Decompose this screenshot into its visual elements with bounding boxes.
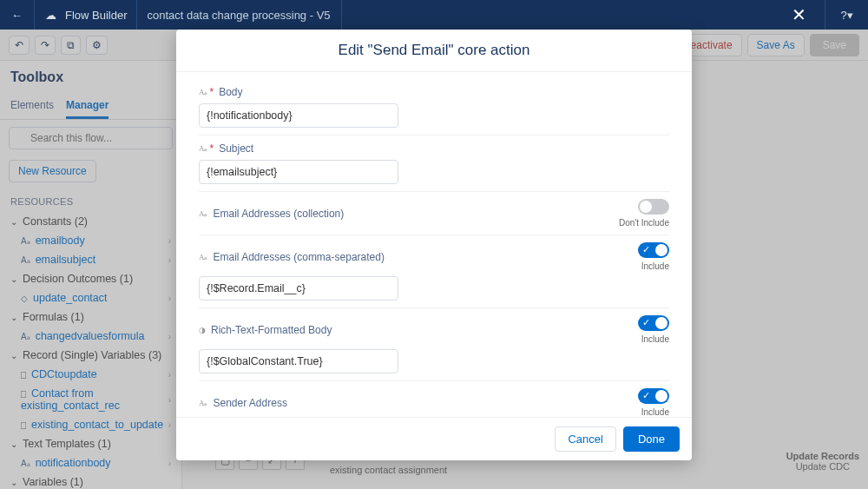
back-icon: ← — [11, 9, 23, 22]
email-collection-label: Email Addresses (collection) — [214, 208, 345, 220]
close-icon: ✕ — [792, 4, 806, 25]
rich-text-toggle[interactable]: ✓ — [638, 315, 669, 331]
rich-text-label: Rich-Text-Formatted Body — [211, 324, 332, 336]
modal-title: Edit "Send Email" core action — [176, 30, 692, 72]
back-button[interactable]: ← — [0, 0, 35, 30]
subject-label: Subject — [219, 142, 253, 155]
help-button[interactable]: ? ▾ — [825, 0, 868, 30]
check-icon: ✓ — [642, 244, 650, 255]
flow-name: contact data change processing - V5 — [136, 0, 331, 30]
modal-footer: Cancel Done — [176, 417, 692, 460]
email-collection-toggle[interactable] — [638, 199, 669, 215]
email-comma-label: Email Addresses (comma-separated) — [214, 251, 385, 263]
help-icon: ? — [840, 9, 846, 22]
modal-overlay: Edit "Send Email" core action Aₐ*Body Aₐ… — [0, 30, 868, 489]
email-comma-input[interactable] — [199, 276, 398, 301]
subject-input[interactable] — [199, 160, 398, 184]
rich-text-input[interactable] — [199, 349, 398, 373]
email-comma-toggle[interactable]: ✓ — [638, 242, 669, 258]
body-input[interactable] — [199, 103, 398, 128]
edit-action-modal: Edit "Send Email" core action Aₐ*Body Aₐ… — [176, 30, 692, 460]
topbar: ← ☁ Flow Builder contact data change pro… — [0, 0, 868, 30]
modal-body[interactable]: Aₐ*Body Aₐ*Subject AₐEmail Addresses (co… — [176, 72, 692, 417]
boolean-type-icon: ◑ — [199, 326, 206, 334]
close-button[interactable]: ✕ — [773, 0, 825, 30]
app-name: Flow Builder — [65, 9, 128, 22]
body-label: Body — [219, 86, 242, 98]
sender-address-label: Sender Address — [214, 397, 287, 409]
cancel-button[interactable]: Cancel — [555, 426, 615, 452]
text-type-icon: Aₐ — [199, 88, 208, 96]
sender-address-toggle[interactable]: ✓ — [638, 388, 669, 404]
flow-builder-icon: ☁ — [45, 9, 56, 22]
required-indicator: * — [210, 86, 214, 98]
done-button[interactable]: Done — [623, 426, 680, 452]
